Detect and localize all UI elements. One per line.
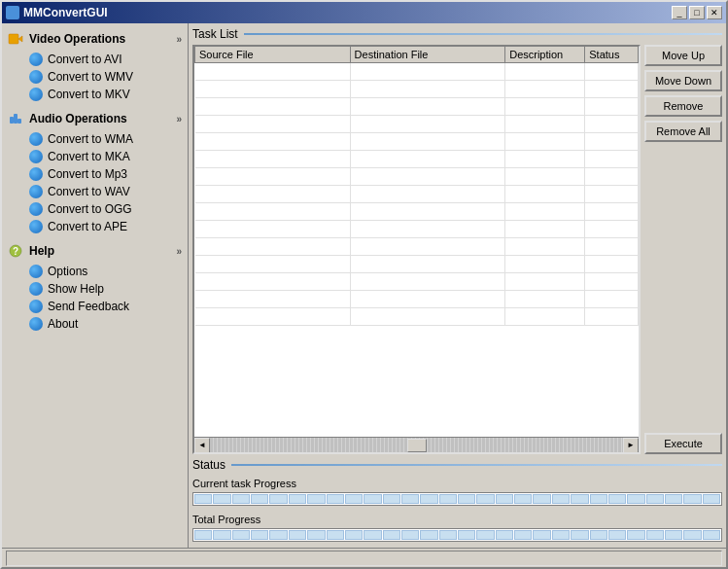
- table-row: [195, 291, 639, 308]
- progress-segment: [533, 494, 550, 504]
- scroll-left-button[interactable]: ◄: [194, 438, 210, 453]
- horizontal-scrollbar[interactable]: ◄ ►: [194, 437, 639, 452]
- sidebar-item-convert-ape[interactable]: Convert to APE: [10, 218, 188, 235]
- progress-segment: [458, 494, 475, 504]
- progress-segment: [590, 530, 607, 540]
- maximize-button[interactable]: □: [689, 6, 705, 19]
- sidebar-item-convert-mka[interactable]: Convert to MKA: [10, 148, 188, 165]
- sidebar-item-convert-ogg[interactable]: Convert to OGG: [10, 200, 188, 218]
- title-bar: MMConvertGUI _ □ ✕: [2, 2, 726, 23]
- move-up-button[interactable]: Move Up: [644, 45, 722, 66]
- sidebar-item-convert-mp3[interactable]: Convert to Mp3: [10, 165, 188, 183]
- convert-mp3-icon: [29, 167, 43, 181]
- progress-segment: [496, 530, 513, 540]
- progress-segment: [608, 494, 626, 504]
- progress-segment: [383, 530, 400, 540]
- remove-button[interactable]: Remove: [644, 95, 722, 117]
- minimize-button[interactable]: _: [672, 6, 687, 19]
- main-content: Video Operations » Convert to AVI Conver…: [2, 23, 726, 548]
- help-section-items: Options Show Help Send Feedback About: [2, 263, 188, 333]
- convert-wmv-label: Convert to WMV: [48, 70, 133, 84]
- sidebar-item-about[interactable]: About: [10, 315, 188, 333]
- sidebar-item-convert-wav[interactable]: Convert to WAV: [10, 183, 188, 200]
- sidebar-item-convert-mkv[interactable]: Convert to MKV: [10, 86, 188, 103]
- sidebar-item-convert-wmv[interactable]: Convert to WMV: [10, 68, 188, 86]
- convert-ape-label: Convert to APE: [48, 220, 127, 233]
- progress-segment: [571, 494, 588, 504]
- audio-section-arrow: »: [176, 114, 182, 124]
- progress-segment: [476, 494, 494, 504]
- progress-segment: [514, 494, 532, 504]
- progress-segment: [251, 530, 268, 540]
- task-area: Source File Destination File Description…: [192, 45, 722, 454]
- convert-mkv-icon: [29, 88, 43, 101]
- convert-avi-label: Convert to AVI: [48, 53, 121, 66]
- table-row: [195, 81, 639, 98]
- progress-segment: [251, 494, 268, 504]
- sidebar-item-convert-wma[interactable]: Convert to WMA: [10, 130, 188, 148]
- close-button[interactable]: ✕: [707, 6, 722, 19]
- col-source: Source File: [195, 47, 351, 63]
- progress-segment: [289, 530, 306, 540]
- progress-segment: [213, 494, 230, 504]
- window-title: MMConvertGUI: [23, 6, 108, 19]
- help-icon: ?: [8, 243, 23, 259]
- scroll-right-button[interactable]: ►: [623, 438, 639, 453]
- execute-button[interactable]: Execute: [644, 433, 722, 454]
- app-icon: [6, 6, 19, 19]
- progress-segment: [307, 530, 325, 540]
- table-row: [195, 273, 639, 291]
- convert-wav-label: Convert to WAV: [48, 185, 130, 198]
- main-window: MMConvertGUI _ □ ✕ Video Operations »: [0, 0, 728, 569]
- convert-mkv-label: Convert to MKV: [48, 88, 130, 101]
- convert-ogg-label: Convert to OGG: [48, 202, 132, 216]
- progress-segment: [420, 530, 437, 540]
- table-row: [195, 168, 639, 186]
- scroll-thumb[interactable]: [407, 439, 427, 452]
- progress-segment: [552, 530, 570, 540]
- current-task-progress-bar: [192, 492, 722, 506]
- sidebar-section-help[interactable]: ? Help »: [2, 239, 188, 263]
- table-row: [195, 186, 639, 203]
- help-section-label: Help: [29, 244, 54, 258]
- progress-segment: [364, 494, 381, 504]
- svg-rect-4: [17, 119, 21, 124]
- sidebar-item-convert-avi[interactable]: Convert to AVI: [10, 51, 188, 68]
- progress-section: Current task Progress: [192, 476, 722, 508]
- sidebar: Video Operations » Convert to AVI Conver…: [2, 23, 189, 548]
- move-down-button[interactable]: Move Down: [644, 70, 722, 91]
- progress-segment: [646, 494, 664, 504]
- convert-ogg-icon: [29, 202, 43, 216]
- sidebar-item-show-help[interactable]: Show Help: [10, 280, 188, 298]
- progress-segment: [327, 494, 344, 504]
- table-row: [195, 98, 639, 116]
- progress-segment: [665, 494, 682, 504]
- video-icon: [8, 31, 23, 47]
- scroll-track: [210, 438, 623, 452]
- progress-segment: [232, 494, 250, 504]
- options-icon: [29, 265, 43, 278]
- progress-segment: [194, 494, 212, 504]
- remove-all-button[interactable]: Remove All: [644, 121, 722, 142]
- progress-segment: [665, 530, 682, 540]
- progress-segment: [194, 530, 212, 540]
- table-row: [195, 203, 639, 221]
- table-row: [195, 256, 639, 273]
- task-list-header: Task List: [192, 27, 722, 41]
- video-section-label: Video Operations: [29, 32, 125, 46]
- progress-segment: [627, 530, 644, 540]
- sidebar-section-audio[interactable]: Audio Operations »: [2, 107, 188, 130]
- total-progress-bar: [192, 528, 722, 542]
- sidebar-item-options[interactable]: Options: [10, 263, 188, 280]
- window-body: Video Operations » Convert to AVI Conver…: [2, 23, 726, 567]
- svg-rect-3: [14, 114, 17, 124]
- sidebar-section-video[interactable]: Video Operations »: [2, 27, 188, 51]
- sidebar-item-send-feedback[interactable]: Send Feedback: [10, 298, 188, 315]
- progress-segment: [571, 530, 588, 540]
- progress-segment: [683, 530, 701, 540]
- total-progress-label: Total Progress: [192, 514, 722, 525]
- video-section-arrow: »: [176, 34, 182, 45]
- about-icon: [29, 317, 43, 331]
- progress-segment: [269, 494, 287, 504]
- convert-mka-label: Convert to MKA: [48, 150, 130, 163]
